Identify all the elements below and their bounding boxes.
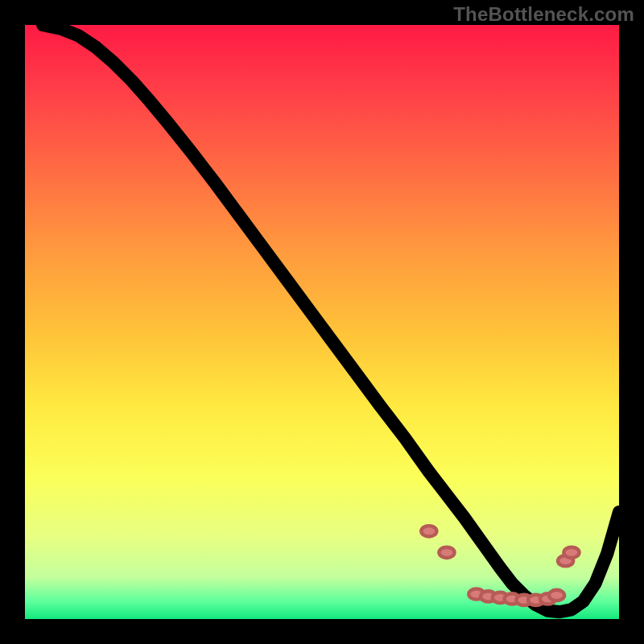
chart-frame: TheBottleneck.com bbox=[0, 0, 644, 644]
highlight-marker bbox=[549, 590, 564, 601]
highlight-marker bbox=[564, 547, 579, 558]
bottleneck-curve bbox=[43, 25, 619, 612]
highlight-marker bbox=[439, 547, 454, 558]
watermark-label: TheBottleneck.com bbox=[453, 3, 634, 26]
highlight-marker bbox=[421, 526, 436, 536]
chart-svg bbox=[25, 25, 619, 619]
